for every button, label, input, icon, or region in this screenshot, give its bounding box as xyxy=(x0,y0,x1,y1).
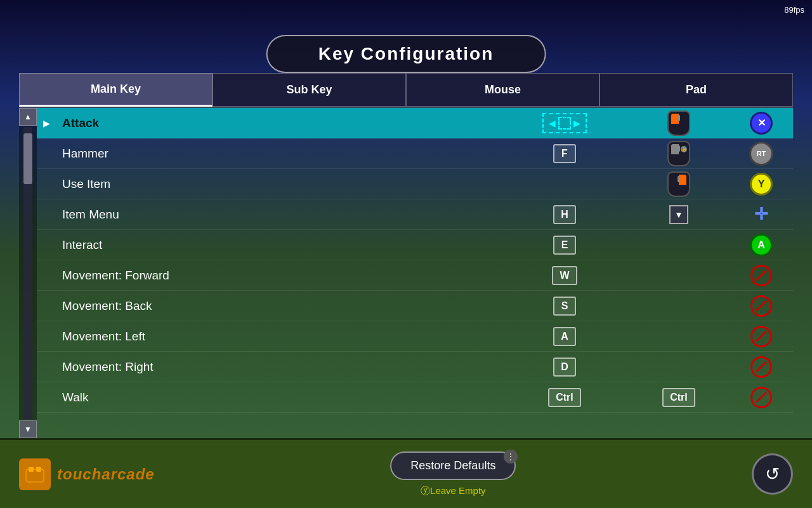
config-row-walk[interactable]: Walk Ctrl Ctrl xyxy=(37,382,793,413)
key-btn-item-menu[interactable]: H xyxy=(553,205,576,224)
config-row-movement-left[interactable]: Movement: Left A xyxy=(37,321,793,352)
config-row-movement-back[interactable]: Movement: Back S xyxy=(37,291,793,321)
action-name-movement-back: Movement: Back xyxy=(56,299,501,313)
key-binding-hammer[interactable]: F xyxy=(501,144,628,163)
no-bind-icon-right xyxy=(750,356,772,378)
pad-binding-attack: ✕ xyxy=(730,112,793,135)
fps-counter: 89fps xyxy=(784,5,804,15)
bottom-hint: ⓨLeave Empty xyxy=(421,485,486,497)
svg-rect-1 xyxy=(29,467,34,472)
key-btn-ctrl1[interactable]: Ctrl xyxy=(548,388,581,407)
tab-main-key[interactable]: Main Key xyxy=(19,73,213,107)
key-btn-a[interactable]: A xyxy=(553,327,576,346)
key-btn-w[interactable]: W xyxy=(552,266,577,285)
key-btn-interact[interactable]: E xyxy=(553,236,576,255)
no-bind-icon-forward xyxy=(750,265,772,286)
config-row-interact[interactable]: Interact E A xyxy=(37,230,793,260)
brand-logo: toucharcade xyxy=(19,458,155,490)
pad-binding-movement-left xyxy=(730,326,793,347)
tab-mouse[interactable]: Mouse xyxy=(406,73,599,107)
no-bind-icon-back xyxy=(750,295,772,317)
pad-btn-x: ✕ xyxy=(750,112,773,135)
action-name-movement-forward: Movement: Forward xyxy=(56,269,501,283)
selected-key-attack[interactable]: ◀ ▶ xyxy=(542,113,587,133)
scroll-up-arrow[interactable]: ▲ xyxy=(19,108,37,126)
action-name-walk: Walk xyxy=(56,391,501,404)
key-binding-item-menu[interactable]: H xyxy=(501,205,628,224)
pad-binding-movement-forward xyxy=(730,265,793,286)
key-btn-hammer[interactable]: F xyxy=(553,144,576,163)
action-name-movement-left: Movement: Left xyxy=(56,330,501,344)
key-btn-s[interactable]: S xyxy=(553,297,576,316)
mouse-icon-attack xyxy=(667,110,690,136)
svg-rect-2 xyxy=(36,467,41,472)
restore-defaults-button[interactable]: Restore Defaults ⋮ xyxy=(390,451,516,480)
cursor-right-icon: ▶ xyxy=(573,118,580,128)
config-rows: ▶ Attack ◀ ▶ ✕ Hammer F xyxy=(37,108,793,438)
key-binding-movement-right[interactable]: D xyxy=(501,358,628,377)
no-bind-icon-left xyxy=(750,326,772,347)
pad-binding-item-menu: ✛ xyxy=(730,204,793,224)
key-binding-movement-left[interactable]: A xyxy=(501,327,628,346)
mouse-icon-hammer: 🔒 xyxy=(667,141,690,166)
cursor-left-icon: ◀ xyxy=(549,118,556,128)
back-button[interactable]: ↺ xyxy=(752,453,793,495)
cursor-box xyxy=(558,117,571,130)
pad-binding-hammer: RT xyxy=(730,142,793,166)
mouse-binding-walk: Ctrl xyxy=(628,388,730,407)
scrollbar: ▲ ▼ xyxy=(19,108,37,438)
mouse-middle xyxy=(678,115,680,121)
plus-icon-item-menu: ✛ xyxy=(754,204,768,224)
pad-btn-a: A xyxy=(750,234,773,257)
pad-binding-walk xyxy=(730,387,793,408)
key-binding-movement-back[interactable]: S xyxy=(501,297,628,316)
bottom-center: Restore Defaults ⋮ ⓨLeave Empty xyxy=(390,451,516,497)
key-btn-d[interactable]: D xyxy=(553,358,576,377)
pad-btn-rt: RT xyxy=(749,142,773,166)
pad-binding-interact: A xyxy=(730,234,793,257)
config-row-item-menu[interactable]: Item Menu H ▼ ✛ xyxy=(37,199,793,230)
mouse-binding-hammer: 🔒 xyxy=(628,141,730,166)
key-binding-interact[interactable]: E xyxy=(501,236,628,255)
pad-binding-use-item: Y xyxy=(730,173,793,196)
restore-btn-dot: ⋮ xyxy=(504,450,518,464)
back-icon: ↺ xyxy=(765,464,780,485)
tab-bar: Main Key Sub Key Mouse Pad xyxy=(19,73,793,108)
key-binding-attack[interactable]: ◀ ▶ xyxy=(501,113,628,133)
pad-binding-movement-back xyxy=(730,295,793,317)
key-binding-walk[interactable]: Ctrl xyxy=(501,388,628,407)
config-row-use-item[interactable]: Use Item Y xyxy=(37,169,793,199)
page-title: Key Configuration xyxy=(318,44,494,64)
action-name-interact: Interact xyxy=(56,238,501,252)
brand-text: toucharcade xyxy=(57,465,155,483)
mouse-icon-use-item xyxy=(667,171,690,197)
action-name-item-menu: Item Menu xyxy=(56,208,501,222)
action-name-attack: Attack xyxy=(56,116,501,130)
scroll-thumb[interactable] xyxy=(23,133,32,184)
config-row-movement-forward[interactable]: Movement: Forward W xyxy=(37,260,793,291)
brand-icon xyxy=(19,458,51,490)
dropdown-icon-item-menu: ▼ xyxy=(669,205,688,224)
config-row-attack[interactable]: ▶ Attack ◀ ▶ ✕ xyxy=(37,108,793,138)
action-name-hammer: Hammer xyxy=(56,147,501,161)
config-row-movement-right[interactable]: Movement: Right D xyxy=(37,352,793,382)
key-btn-ctrl2[interactable]: Ctrl xyxy=(662,388,695,407)
mouse-binding-attack xyxy=(628,110,730,136)
action-name-use-item: Use Item xyxy=(56,177,501,191)
no-bind-icon-walk xyxy=(750,387,772,408)
pad-binding-movement-right xyxy=(730,356,793,378)
restore-defaults-label: Restore Defaults xyxy=(410,459,495,472)
bottom-bar: toucharcade Restore Defaults ⋮ ⓨLeave Em… xyxy=(0,438,812,508)
action-name-movement-right: Movement: Right xyxy=(56,360,501,374)
mouse-binding-use-item xyxy=(628,171,730,197)
scroll-track xyxy=(23,126,32,420)
pad-btn-y: Y xyxy=(750,173,773,196)
tab-pad[interactable]: Pad xyxy=(599,73,793,107)
key-binding-movement-forward[interactable]: W xyxy=(501,266,628,285)
tab-sub-key[interactable]: Sub Key xyxy=(213,73,406,107)
scroll-down-arrow[interactable]: ▼ xyxy=(19,420,37,438)
svg-rect-0 xyxy=(26,469,44,482)
config-row-hammer[interactable]: Hammer F 🔒 RT xyxy=(37,138,793,169)
row-arrow-attack: ▶ xyxy=(37,118,56,128)
title-box: Key Configuration xyxy=(266,35,546,73)
